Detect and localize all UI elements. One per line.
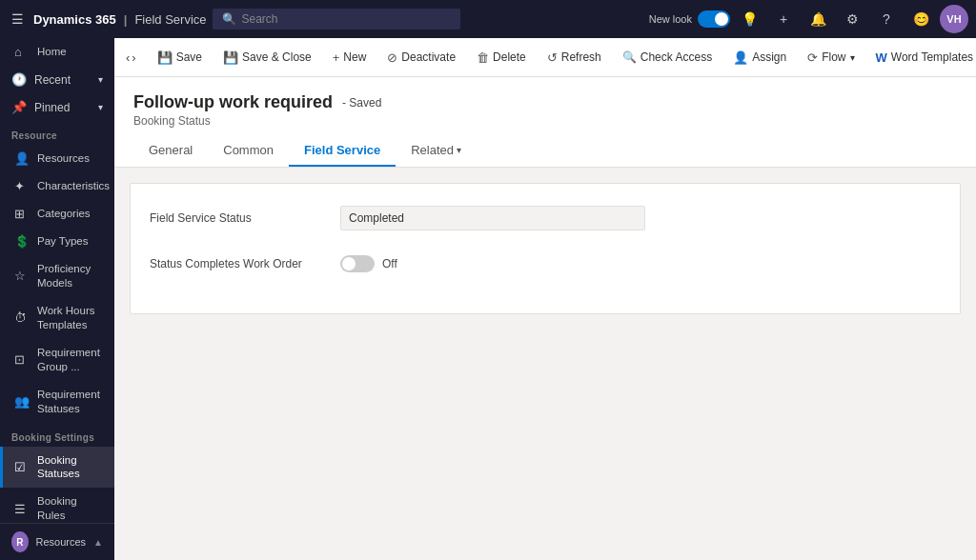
sidebar-footer[interactable]: R Resources ▲ — [0, 523, 114, 560]
main-content: ‹ › 💾 Save 💾 Save & Close + New ⊘ Deacti… — [114, 38, 976, 560]
sidebar-item-recent[interactable]: 🕐 Recent ▾ — [0, 66, 114, 93]
sidebar-item-label: Work Hours Templates — [37, 304, 103, 332]
flow-label: Flow — [822, 50, 845, 64]
delete-icon: 🗑 — [477, 50, 489, 65]
word-icon: W — [876, 50, 887, 65]
assign-label: Assign — [752, 50, 786, 64]
bell-icon[interactable]: 🔔 — [803, 4, 833, 34]
check-access-button[interactable]: 🔍 Check Access — [613, 46, 722, 69]
deactivate-label: Deactivate — [401, 50, 456, 64]
new-look-toggle[interactable]: New look — [649, 10, 730, 28]
sidebar-item-label: Characteristics — [37, 179, 110, 193]
sidebar-item-characteristics[interactable]: ✦ Characteristics — [0, 172, 114, 200]
forward-button[interactable]: › — [132, 44, 135, 70]
tab-field-service[interactable]: Field Service — [289, 135, 396, 167]
chevron-up-icon: ▲ — [93, 537, 103, 548]
flow-icon: ⟳ — [807, 50, 818, 65]
word-templates-label: Word Templates — [891, 50, 973, 64]
save-close-label: Save & Close — [242, 50, 312, 64]
sidebar-item-home[interactable]: ⌂ Home — [0, 38, 114, 66]
sidebar-item-resources[interactable]: 👤 Resources — [0, 145, 114, 172]
sidebar-item-pinned[interactable]: 📌 Pinned ▾ — [0, 93, 114, 121]
footer-avatar: R — [11, 531, 29, 552]
new-look-switch[interactable] — [698, 10, 730, 28]
status-completes-row: Status Completes Work Order Off — [150, 249, 941, 279]
refresh-button[interactable]: ↺ Refresh — [538, 46, 611, 70]
sidebar-item-proficiency-models[interactable]: ☆ Proficiency Models — [0, 255, 114, 297]
refresh-label: Refresh — [561, 50, 601, 64]
flow-button[interactable]: ⟳ Flow ▾ — [798, 46, 864, 70]
related-label: Related — [411, 143, 454, 157]
sidebar-item-categories[interactable]: ⊞ Categories — [0, 200, 114, 228]
page-content: Follow-up work required - Saved Booking … — [114, 77, 976, 560]
assign-button[interactable]: 👤 Assign — [723, 46, 796, 70]
settings-icon[interactable]: ⚙ — [837, 4, 867, 34]
sidebar-item-label: Home — [37, 45, 67, 59]
sidebar-item-requirement-statuses[interactable]: 👥 Requirement Statuses — [0, 381, 114, 423]
sidebar-item-label: Proficiency Models — [37, 262, 103, 290]
sidebar-item-requirement-group[interactable]: ⊡ Requirement Group ... — [0, 339, 114, 381]
deactivate-icon: ⊘ — [387, 50, 397, 65]
list-icon: ☰ — [14, 502, 30, 516]
save-icon: 💾 — [157, 50, 173, 65]
flow-chevron-icon: ▾ — [850, 52, 855, 63]
search-input[interactable] — [242, 12, 451, 26]
new-icon: + — [333, 50, 340, 65]
sidebar-item-label: Pay Types — [37, 234, 89, 249]
star-outline-icon: ☆ — [14, 269, 30, 283]
status-completes-toggle[interactable] — [340, 255, 375, 272]
toolbar: ‹ › 💾 Save 💾 Save & Close + New ⊘ Deacti… — [114, 38, 976, 77]
field-service-status-input[interactable] — [340, 206, 645, 230]
booking-section-label: Booking Settings — [0, 423, 114, 447]
brand-name: Dynamics 365 — [33, 12, 116, 27]
form-area: Field Service Status Status Completes Wo… — [130, 183, 961, 314]
dollar-icon: 💲 — [14, 234, 30, 249]
sidebar-item-label: Requirement Statuses — [37, 388, 103, 416]
sidebar-item-label: Recent — [34, 73, 71, 87]
chevron-down-icon: ▾ — [98, 102, 103, 112]
users-icon: 👥 — [14, 394, 30, 409]
brand-logo[interactable]: Dynamics 365 | Field Service — [33, 12, 207, 27]
forward-icon: › — [132, 50, 135, 65]
word-templates-button[interactable]: W Word Templates ▾ — [866, 46, 976, 70]
brand-separator: | — [124, 12, 128, 27]
tab-common[interactable]: Common — [208, 135, 289, 167]
save-button[interactable]: 💾 Save — [148, 46, 212, 70]
record-subtitle: Booking Status — [133, 114, 957, 128]
new-button[interactable]: + New — [323, 46, 376, 70]
sidebar-item-label: Booking Rules — [37, 494, 103, 523]
field-service-status-row: Field Service Status — [150, 203, 941, 233]
sidebar-item-label: Pinned — [34, 101, 70, 114]
status-completes-label: Status Completes Work Order — [150, 257, 340, 270]
hamburger-menu-icon[interactable]: ☰ — [8, 8, 28, 30]
help-icon[interactable]: ? — [871, 4, 902, 34]
sidebar-item-booking-statuses[interactable]: ☑ Booking Statuses — [0, 447, 114, 489]
user-icon[interactable]: 😊 — [905, 4, 936, 34]
related-chevron-icon: ▾ — [457, 145, 461, 155]
refresh-icon: ↺ — [547, 50, 558, 65]
back-button[interactable]: ‹ — [126, 44, 130, 70]
resource-section-label: Resource — [0, 121, 114, 145]
sidebar-item-pay-types[interactable]: 💲 Pay Types — [0, 228, 114, 255]
delete-button[interactable]: 🗑 Delete — [467, 46, 536, 70]
save-close-button[interactable]: 💾 Save & Close — [214, 46, 321, 70]
save-close-icon: 💾 — [223, 50, 238, 65]
avatar[interactable]: VH — [940, 5, 968, 33]
toggle-off-label: Off — [382, 257, 397, 270]
deactivate-button[interactable]: ⊘ Deactivate — [377, 46, 465, 70]
record-header: Follow-up work required - Saved Booking … — [114, 77, 976, 168]
record-name: Follow-up work required — [133, 92, 333, 112]
lightbulb-icon[interactable]: 💡 — [734, 4, 764, 34]
group-icon: ⊡ — [14, 352, 30, 367]
search-bar[interactable]: 🔍 — [213, 9, 460, 30]
tab-general[interactable]: General — [133, 135, 208, 167]
sidebar-item-label: Resources — [37, 151, 90, 166]
sidebar-item-work-hours-templates[interactable]: ⏱ Work Hours Templates — [0, 297, 114, 339]
tab-related[interactable]: Related ▾ — [396, 135, 477, 167]
recent-icon: 🕐 — [11, 72, 27, 87]
plus-icon[interactable]: + — [768, 4, 799, 34]
clock-icon: ⏱ — [14, 310, 30, 325]
footer-label: Resources — [36, 536, 87, 548]
back-icon: ‹ — [126, 50, 130, 65]
chevron-down-icon: ▾ — [98, 74, 103, 85]
